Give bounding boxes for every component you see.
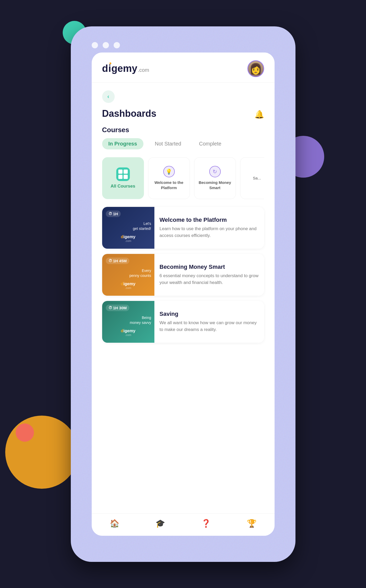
phone-screen: d i gemy .com ‹ Dashboards 🔔 [92,53,275,536]
device-frame: d i gemy .com ‹ Dashboards 🔔 [71,26,295,562]
course-thumb-welcome: ⏱ 1H Let'sget started! digemy .com [102,207,154,249]
course-desc-welcome: Learn how to use the platform on your ph… [160,225,259,239]
title-bell-row: Dashboards 🔔 [102,108,264,121]
timer-icon-saving: ⏱ [108,306,112,310]
thumb-logo-money: digemy .com [121,282,135,289]
tab-in-progress[interactable]: In Progress [102,138,143,149]
course-title-welcome: Welcome to the Platform [160,217,259,223]
course-title-money: Becoming Money Smart [160,264,259,270]
back-button[interactable]: ‹ [102,90,115,103]
duration-badge-saving: ⏱ 1H 30M [106,305,130,311]
app-header: d i gemy .com [92,53,275,83]
bell-icon[interactable]: 🔔 [254,110,264,119]
category-welcome[interactable]: 💡 Welcome to the Platform [148,157,190,199]
category-money-smart[interactable]: ↻ Becoming Money Smart [194,157,236,199]
all-courses-icon-bg [116,167,130,181]
bulb-icon: 💡 [163,166,175,177]
course-thumb-money: ⏱ 1H 45M Everypenny counts digemy .com [102,254,154,296]
tab-complete[interactable]: Complete [193,138,228,149]
window-dot-3 [114,42,120,48]
nav-achievements[interactable]: 🏆 [247,519,257,528]
orange-circle-decoration [5,416,78,489]
help-icon: ❓ [201,519,211,528]
course-title-saving: Saving [160,311,259,317]
grid-sq-1 [118,170,123,174]
course-tabs: In Progress Not Started Complete [102,138,264,149]
logo-i-dot: i [108,63,111,74]
section-title: Courses [102,126,264,134]
tab-not-started[interactable]: Not Started [149,138,188,149]
course-card-welcome[interactable]: ⏱ 1H Let'sget started! digemy .com Welco… [102,207,264,249]
course-info-saving: Saving We all want to know how we can gr… [154,301,264,343]
course-thumb-saving: ⏱ 1H 30M Beingmoney savvy digemy .com [102,301,154,343]
logo-text: d [102,63,108,74]
course-desc-money: 6 essential money concepts to understand… [160,272,259,286]
avatar[interactable] [247,60,264,77]
grid-icon [118,170,128,179]
page-title: Dashboards [102,108,156,119]
logo: d i gemy .com [102,63,149,74]
nav-home[interactable]: 🏠 [110,519,119,528]
window-dot-2 [103,42,109,48]
grid-sq-3 [118,175,123,179]
duration-badge-money: ⏱ 1H 45M [106,258,130,264]
course-card-money[interactable]: ⏱ 1H 45M Everypenny counts digemy .com B… [102,254,264,296]
home-icon: 🏠 [110,519,119,528]
course-info-welcome: Welcome to the Platform Learn how to use… [154,207,264,249]
duration-text-welcome: 1H [113,212,118,216]
thumb-logo-saving: digemy .com [121,329,135,336]
thumb-text-welcome: Let'sget started! [133,221,151,231]
nav-courses[interactable]: 🎓 [155,519,165,528]
grid-sq-2 [124,170,128,174]
bottom-nav: 🏠 🎓 ❓ 🏆 [92,513,275,536]
course-info-money: Becoming Money Smart 6 essential money c… [154,254,264,296]
back-arrow-icon: ‹ [107,93,109,100]
category-all-courses[interactable]: All Courses [102,157,144,199]
timer-icon-welcome: ⏱ [108,212,112,216]
duration-text-saving: 1H 30M [113,306,127,310]
course-card-saving[interactable]: ⏱ 1H 30M Beingmoney savvy digemy .com Sa… [102,301,264,343]
all-courses-label: All Courses [111,184,135,189]
thumb-text-money: Everypenny counts [129,268,151,278]
timer-icon-money: ⏱ [108,259,112,263]
trophy-icon: 🏆 [247,519,257,528]
thumb-text-saving: Beingmoney savvy [130,315,151,325]
logo-orange-dot [109,62,111,64]
duration-badge-welcome: ⏱ 1H [106,211,121,217]
thumb-logo-welcome: digemy .com [121,235,135,242]
money-smart-label: Becoming Money Smart [194,180,236,190]
nav-help[interactable]: ❓ [201,519,211,528]
window-dot-1 [92,42,98,48]
category-row: All Courses 💡 Welcome to the Platform ↻ … [102,157,264,199]
refresh-icon: ↻ [209,166,221,177]
main-content: ‹ Dashboards 🔔 Courses In Progress Not S… [92,83,275,513]
logo-rest: gemy [111,63,137,74]
duration-text-money: 1H 45M [113,259,127,263]
grid-sq-4 [124,175,128,179]
welcome-label: Welcome to the Platform [148,180,190,190]
window-dots [92,42,120,48]
logo-com: .com [138,67,149,73]
avatar-image [248,61,263,76]
category-saving-partial[interactable]: Sa... [240,157,264,199]
saving-partial-label: Sa... [253,176,261,180]
course-desc-saving: We all want to know how we can grow our … [160,319,259,333]
red-circle-decoration [16,423,34,442]
courses-icon: 🎓 [155,519,165,528]
